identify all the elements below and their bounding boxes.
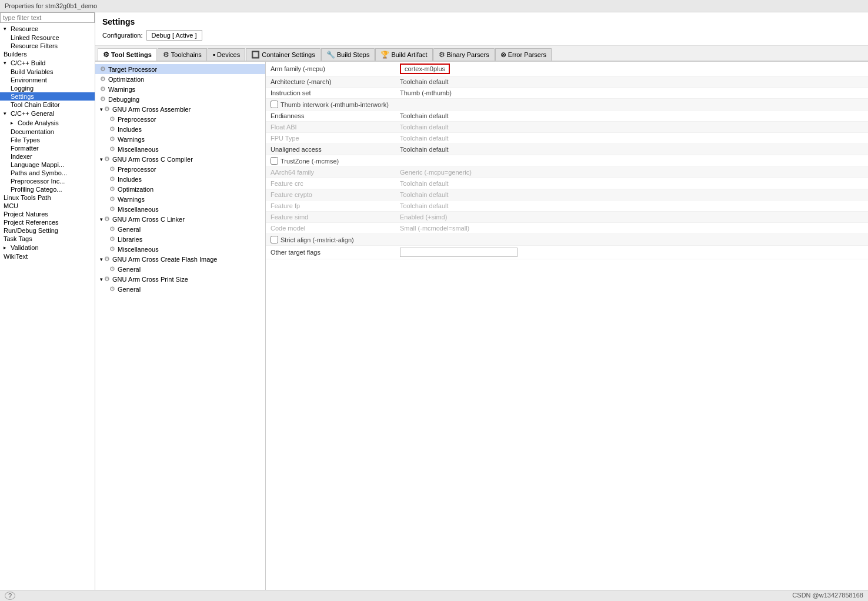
sidebar-item-indexer[interactable]: Indexer bbox=[0, 152, 95, 161]
filter-input[interactable] bbox=[0, 12, 95, 23]
chevron-icon: ▾ bbox=[4, 60, 9, 66]
tab-devices[interactable]: ▪Devices bbox=[208, 48, 245, 61]
sidebar-item-environment[interactable]: Environment bbox=[0, 76, 95, 84]
sidebar-item-mcu[interactable]: MCU bbox=[0, 202, 95, 210]
tool-tree-item-linker-libraries[interactable]: ⚙Libraries bbox=[95, 234, 265, 244]
tool-tree-item-gnu-arm-print-size[interactable]: ▾⚙GNU Arm Cross Print Size bbox=[95, 274, 265, 284]
sidebar-item-documentation[interactable]: Documentation bbox=[0, 128, 95, 136]
sidebar-item-linked-resource[interactable]: Linked Resource bbox=[0, 34, 95, 42]
target-processor-icon: ⚙ bbox=[100, 65, 106, 73]
tool-tree-item-gnu-arm-c-compiler[interactable]: ▾⚙GNU Arm Cross C Compiler bbox=[95, 154, 265, 164]
sidebar-item-task-tags[interactable]: Task Tags bbox=[0, 235, 95, 243]
tab-binary-parsers[interactable]: ⚙Binary Parsers bbox=[433, 48, 495, 61]
sidebar-item-resource-filters[interactable]: Resource Filters bbox=[0, 42, 95, 50]
tool-tree-label: Preprocessor bbox=[118, 166, 156, 173]
sidebar-item-run-debug-setting[interactable]: Run/Debug Setting bbox=[0, 226, 95, 235]
sidebar-item-resource[interactable]: ▾Resource bbox=[0, 24, 95, 34]
tab-build-artifact[interactable]: 🏆Build Artifact bbox=[375, 48, 432, 61]
tool-tree-item-optimization[interactable]: ⚙Optimization bbox=[95, 74, 265, 84]
settings-row-fpu-type: FPU TypeToolchain default bbox=[266, 133, 868, 144]
content-header: Settings Configuration: Debug [ Active ] bbox=[95, 12, 868, 46]
tool-tree-label: GNU Arm Cross C Compiler bbox=[112, 156, 193, 163]
tool-tree-item-asm-miscellaneous[interactable]: ⚙Miscellaneous bbox=[95, 144, 265, 154]
tab-tool-settings[interactable]: ⚙Tool Settings bbox=[98, 48, 157, 61]
checkbox-thumb-interwork[interactable] bbox=[271, 101, 278, 108]
tool-tree-item-cc-optimization[interactable]: ⚙Optimization bbox=[95, 184, 265, 194]
tool-tree-label: GNU Arm Cross Print Size bbox=[112, 276, 188, 283]
tool-tree-item-cc-miscellaneous[interactable]: ⚙Miscellaneous bbox=[95, 204, 265, 214]
tool-tree-label: General bbox=[118, 266, 141, 273]
settings-row-aarch64-family: AArch64 familyGeneric (-mcpu=generic) bbox=[266, 167, 868, 178]
checkbox-trustzone[interactable] bbox=[271, 157, 278, 165]
tool-tree-item-cc-warnings[interactable]: ⚙Warnings bbox=[95, 194, 265, 204]
sidebar-item-language-mapping[interactable]: Language Mappi... bbox=[0, 161, 95, 169]
setting-value-feature-crc: Toolchain default bbox=[395, 178, 868, 189]
sidebar-item-validation[interactable]: ▸Validation bbox=[0, 243, 95, 252]
tab-toolchains[interactable]: ⚙Toolchains bbox=[158, 48, 207, 61]
tool-tree-item-print-general[interactable]: ⚙General bbox=[95, 284, 265, 294]
help-icon[interactable]: ? bbox=[5, 592, 15, 600]
input-other-flags[interactable] bbox=[400, 248, 518, 257]
sidebar-item-settings[interactable]: Settings bbox=[0, 92, 95, 101]
flash-general-icon: ⚙ bbox=[109, 265, 115, 273]
print-general-icon: ⚙ bbox=[109, 285, 115, 293]
sidebar-item-builders[interactable]: Builders bbox=[0, 50, 95, 58]
tool-tree-item-gnu-arm-assembler[interactable]: ▾⚙GNU Arm Cross Assembler bbox=[95, 104, 265, 114]
tool-tree-item-asm-includes[interactable]: ⚙Includes bbox=[95, 124, 265, 134]
setting-label-instruction-set: Instruction set bbox=[266, 88, 395, 99]
sidebar-item-wikitext[interactable]: WikiText bbox=[0, 252, 95, 261]
tool-tree-item-cc-includes[interactable]: ⚙Includes bbox=[95, 174, 265, 184]
title-text: Properties for stm32g0b1_demo bbox=[5, 2, 97, 9]
tool-tree-item-cc-preprocessor[interactable]: ⚙Preprocessor bbox=[95, 164, 265, 174]
binary-parsers-icon: ⚙ bbox=[439, 51, 445, 59]
tool-tree-item-asm-warnings[interactable]: ⚙Warnings bbox=[95, 134, 265, 144]
tool-tree-label: GNU Arm Cross Assembler bbox=[112, 106, 191, 113]
tab-label: Build Steps bbox=[337, 51, 370, 58]
sidebar-item-c-cpp-build[interactable]: ▾C/C++ Build bbox=[0, 58, 95, 68]
tool-tree-item-warnings[interactable]: ⚙Warnings bbox=[95, 84, 265, 94]
sidebar-item-label: Resource bbox=[11, 25, 38, 32]
sidebar-item-build-variables[interactable]: Build Variables bbox=[0, 68, 95, 76]
tab-label: Container Settings bbox=[262, 51, 315, 58]
sidebar-item-linux-tools-path[interactable]: Linux Tools Path bbox=[0, 193, 95, 202]
sidebar-item-file-types[interactable]: File Types bbox=[0, 136, 95, 144]
tool-tree-item-asm-preprocessor[interactable]: ⚙Preprocessor bbox=[95, 114, 265, 124]
sidebar-item-label: Code Analysis bbox=[18, 119, 59, 126]
tool-tree-item-gnu-arm-c-linker[interactable]: ▾⚙GNU Arm Cross C Linker bbox=[95, 214, 265, 224]
settings-row-feature-simd: Feature simdEnabled (+simd) bbox=[266, 212, 868, 223]
sidebar-item-logging[interactable]: Logging bbox=[0, 84, 95, 92]
settings-row-feature-crc: Feature crcToolchain default bbox=[266, 178, 868, 189]
tool-tree-item-target-processor[interactable]: ⚙Target Processor bbox=[95, 64, 265, 74]
sidebar-item-project-natures[interactable]: Project Natures bbox=[0, 210, 95, 218]
tool-tree-item-flash-general[interactable]: ⚙General bbox=[95, 264, 265, 274]
tab-container-settings[interactable]: 🔲Container Settings bbox=[246, 48, 321, 61]
sidebar-item-c-cpp-general[interactable]: ▾C/C++ General bbox=[0, 109, 95, 118]
sidebar-item-tool-chain-editor[interactable]: Tool Chain Editor bbox=[0, 101, 95, 109]
tab-error-parsers[interactable]: ⊗Error Parsers bbox=[495, 48, 552, 61]
sidebar-item-profiling-category[interactable]: Profiling Catego... bbox=[0, 185, 95, 193]
setting-value-feature-crypto: Toolchain default bbox=[395, 189, 868, 201]
sidebar-item-preprocessor-inc[interactable]: Preprocessor Inc... bbox=[0, 177, 95, 185]
tool-tree-item-gnu-arm-flash-image[interactable]: ▾⚙GNU Arm Cross Create Flash Image bbox=[95, 254, 265, 264]
sidebar-item-formatter[interactable]: Formatter bbox=[0, 144, 95, 152]
sidebar-item-code-analysis[interactable]: ▸Code Analysis bbox=[0, 118, 95, 128]
tool-tree-item-linker-general[interactable]: ⚙General bbox=[95, 224, 265, 234]
chevron-icon: ▾ bbox=[100, 216, 103, 222]
setting-label-other-flags: Other target flags bbox=[266, 246, 395, 259]
cc-optimization-icon: ⚙ bbox=[109, 185, 115, 193]
tab-build-steps[interactable]: 🔧Build Steps bbox=[321, 48, 375, 61]
tool-tree-item-debugging[interactable]: ⚙Debugging bbox=[95, 94, 265, 104]
setting-label-unaligned-access: Unaligned access bbox=[266, 144, 395, 155]
sidebar-item-paths-symbols[interactable]: Paths and Symbo... bbox=[0, 169, 95, 177]
setting-label-endianness: Endianness bbox=[266, 111, 395, 122]
sidebar-item-label: C/C++ General bbox=[11, 110, 54, 117]
tool-tree-item-linker-miscellaneous[interactable]: ⚙Miscellaneous bbox=[95, 244, 265, 254]
setting-value-other-flags[interactable] bbox=[395, 246, 868, 259]
setting-label-arm-family: Arm family (-mcpu) bbox=[266, 62, 395, 76]
sidebar-item-project-references[interactable]: Project References bbox=[0, 218, 95, 226]
page-title: Settings bbox=[102, 17, 861, 26]
asm-includes-icon: ⚙ bbox=[109, 125, 115, 133]
build-artifact-icon: 🏆 bbox=[380, 51, 389, 59]
settings-row-endianness: EndiannessToolchain default bbox=[266, 111, 868, 122]
checkbox-strict-align[interactable] bbox=[271, 236, 278, 243]
